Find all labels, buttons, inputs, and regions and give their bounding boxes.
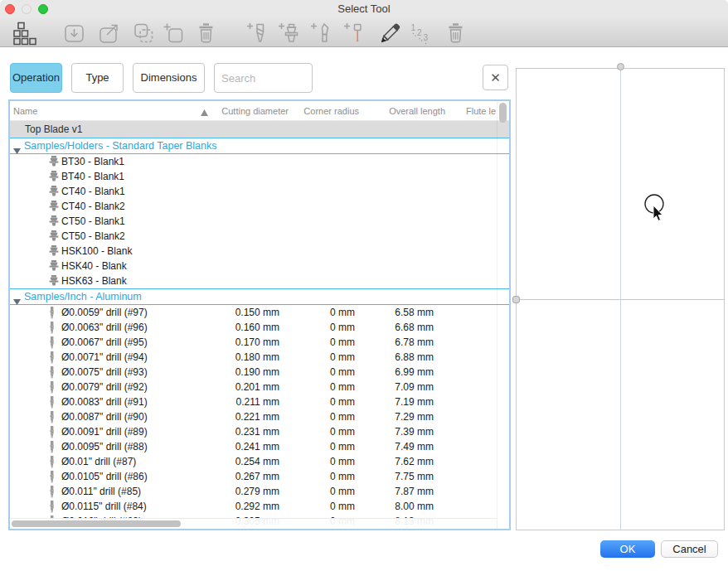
sort-ascending-icon xyxy=(201,108,208,118)
group-name: Samples/Inch - Aluminum xyxy=(24,289,142,304)
group-name: Samples/Holders - Standard Taper Blanks xyxy=(24,138,217,153)
tool-row[interactable]: Ø0.0063" drill (#96)0.160 mm0 mm6.68 mm xyxy=(10,320,509,335)
cell-overall-length: 7.62 mm xyxy=(358,454,434,469)
preview-reference-handle[interactable] xyxy=(512,296,520,303)
tool-row[interactable]: Ø0.0059" drill (#97)0.150 mm0 mm6.58 mm xyxy=(10,305,509,320)
tool-name: HSK63 - Blank xyxy=(61,273,127,288)
tool-row[interactable]: CT50 - Blank2 xyxy=(10,229,509,244)
cell-cutting-diameter: 0.254 mm xyxy=(209,454,279,469)
tool-row[interactable]: Ø0.011" drill (#85)0.279 mm0 mm7.87 mm xyxy=(10,484,509,499)
cell-corner-radius: 0 mm xyxy=(284,380,355,394)
tool-row[interactable]: Ø0.0115" drill (#84)0.292 mm0 mm8.00 mm xyxy=(10,499,509,514)
renumber-icon[interactable]: 123 xyxy=(408,21,433,46)
cell-overall-length: 7.19 mm xyxy=(358,394,434,409)
horizontal-scrollbar[interactable] xyxy=(10,518,497,529)
duplicate-icon[interactable] xyxy=(131,21,156,46)
add-turning-insert-icon[interactable] xyxy=(309,21,334,46)
add-probe-icon[interactable] xyxy=(342,21,367,46)
tool-row[interactable]: Ø0.0079" drill (#92)0.201 mm0 mm7.09 mm xyxy=(10,380,509,394)
new-tool-icon[interactable] xyxy=(161,21,186,46)
tool-row[interactable]: Ø0.0067" drill (#95)0.170 mm0 mm6.78 mm xyxy=(10,335,509,350)
import-icon[interactable] xyxy=(61,21,86,46)
vertical-scrollbar[interactable] xyxy=(497,101,509,529)
cell-cutting-diameter: 0.201 mm xyxy=(209,380,279,394)
cell-corner-radius: 0 mm xyxy=(284,469,355,484)
cancel-button[interactable]: Cancel xyxy=(661,540,718,558)
tool-row[interactable]: CT50 - Blank1 xyxy=(10,214,509,229)
tool-row[interactable]: BT30 - Blank1 xyxy=(10,154,509,169)
tool-name: Ø0.01" drill (#87) xyxy=(61,454,136,469)
tool-name: HSK100 - Blank xyxy=(61,244,132,259)
search-input[interactable] xyxy=(214,63,313,93)
tool-name: Ø0.0071" drill (#94) xyxy=(61,350,148,365)
column-header-overall-length[interactable]: Overall length xyxy=(366,101,445,121)
vertical-scrollbar-thumb[interactable] xyxy=(499,103,507,123)
add-holder-icon[interactable] xyxy=(277,21,302,46)
cell-cutting-diameter: 0.221 mm xyxy=(209,409,279,424)
tool-name: Ø0.0067" drill (#95) xyxy=(61,335,148,350)
delete-tool-icon[interactable] xyxy=(443,21,468,46)
cell-cutting-diameter: 0.231 mm xyxy=(209,424,279,439)
cell-corner-radius: 0 mm xyxy=(284,424,355,439)
cell-corner-radius: 0 mm xyxy=(284,335,355,350)
mouse-cursor xyxy=(639,189,672,225)
cell-cutting-diameter: 0.292 mm xyxy=(209,499,279,514)
filter-tab-operation[interactable]: Operation xyxy=(10,63,62,93)
tool-row[interactable]: Ø0.0071" drill (#94)0.180 mm0 mm6.88 mm xyxy=(10,350,509,365)
filter-tab-type[interactable]: Type xyxy=(71,63,124,93)
cell-corner-radius: 0 mm xyxy=(284,454,355,469)
tool-row[interactable]: Ø0.0083" drill (#91)0.211 mm0 mm7.19 mm xyxy=(10,394,509,409)
cell-corner-radius: 0 mm xyxy=(284,499,355,514)
svg-text:3: 3 xyxy=(424,33,429,42)
tool-name: Ø0.011" drill (#85) xyxy=(61,484,141,499)
document-row[interactable]: Top Blade v1 xyxy=(10,121,509,138)
cell-corner-radius: 0 mm xyxy=(284,439,355,454)
tool-row[interactable]: CT40 - Blank1 xyxy=(10,184,509,199)
library-view-icon[interactable] xyxy=(12,21,36,46)
ok-button[interactable]: OK xyxy=(600,540,655,558)
column-header-cutting-diameter[interactable]: Cutting diameter xyxy=(209,101,289,121)
cell-overall-length: 6.68 mm xyxy=(358,320,434,335)
cell-overall-length: 7.87 mm xyxy=(358,484,434,499)
tool-row[interactable]: Ø0.0075" drill (#93)0.190 mm0 mm6.99 mm xyxy=(10,365,509,380)
tool-row[interactable]: Ø0.01" drill (#87)0.254 mm0 mm7.62 mm xyxy=(10,454,509,469)
close-dialog-button[interactable]: ✕ xyxy=(483,65,508,90)
tool-list: Top Blade v1Samples/Holders - Standard T… xyxy=(10,121,509,529)
tool-row[interactable]: Ø0.0105" drill (#86)0.267 mm0 mm7.75 mm xyxy=(10,469,509,484)
tool-row[interactable]: Ø0.0091" drill (#89)0.231 mm0 mm7.39 mm xyxy=(10,424,509,439)
toolbar: 123 xyxy=(0,18,728,47)
tool-name: BT30 - Blank1 xyxy=(61,154,124,169)
tool-name: Ø0.0091" drill (#89) xyxy=(61,424,148,439)
preview-axis-handle[interactable] xyxy=(617,63,624,70)
horizontal-scrollbar-thumb[interactable] xyxy=(12,520,181,527)
tool-row[interactable]: Ø0.0095" drill (#88)0.241 mm0 mm7.49 mm xyxy=(10,439,509,454)
cell-corner-radius: 0 mm xyxy=(284,305,355,320)
tool-row[interactable]: HSK100 - Blank xyxy=(10,244,509,259)
tool-name: Ø0.0075" drill (#93) xyxy=(61,365,148,380)
select-tool-dialog: Select Tool 123 Operation Type Dimension… xyxy=(0,0,728,571)
cell-cutting-diameter: 0.279 mm xyxy=(209,484,279,499)
delete-icon[interactable] xyxy=(193,21,218,46)
group-row[interactable]: Samples/Inch - Aluminum xyxy=(10,288,509,305)
cell-overall-length: 7.09 mm xyxy=(358,380,434,394)
column-header-name[interactable]: Name xyxy=(13,101,37,121)
tool-row[interactable]: BT40 - Blank1 xyxy=(10,169,509,184)
cell-corner-radius: 0 mm xyxy=(284,365,355,380)
tool-name: CT40 - Blank2 xyxy=(61,199,125,214)
edit-icon[interactable] xyxy=(377,21,402,46)
cell-overall-length: 7.75 mm xyxy=(358,469,434,484)
tool-row[interactable]: Ø0.0087" drill (#90)0.221 mm0 mm7.29 mm xyxy=(10,409,509,424)
cell-cutting-diameter: 0.180 mm xyxy=(209,350,279,365)
tool-row[interactable]: HSK63 - Blank xyxy=(10,273,509,288)
add-mill-tool-icon[interactable] xyxy=(245,21,270,46)
group-row[interactable]: Samples/Holders - Standard Taper Blanks xyxy=(10,138,509,154)
tool-name: Ø0.0083" drill (#91) xyxy=(61,394,148,409)
svg-text:1: 1 xyxy=(411,23,416,32)
filter-tab-dimensions[interactable]: Dimensions xyxy=(133,63,205,93)
tool-row[interactable]: CT40 - Blank2 xyxy=(10,199,509,214)
document-name: Top Blade v1 xyxy=(25,121,82,138)
tool-row[interactable]: HSK40 - Blank xyxy=(10,259,509,273)
column-header-corner-radius[interactable]: Corner radius xyxy=(289,101,359,121)
export-icon[interactable] xyxy=(96,21,121,46)
cell-corner-radius: 0 mm xyxy=(284,484,355,499)
